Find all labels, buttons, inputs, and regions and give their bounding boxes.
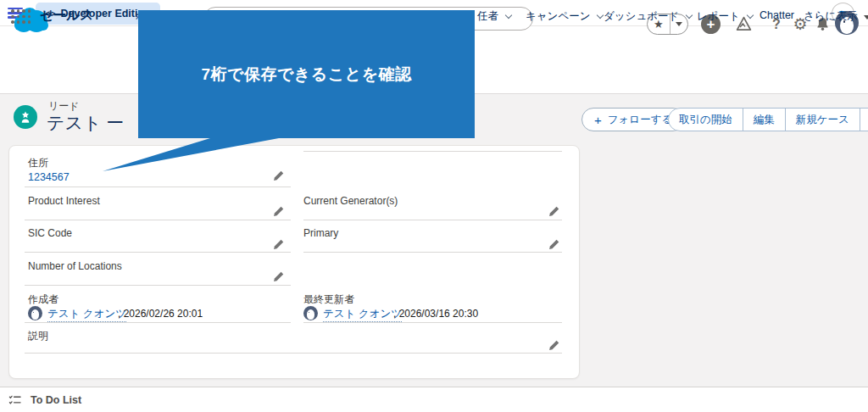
plus-icon: + — [594, 113, 602, 127]
user-avatar[interactable] — [28, 306, 42, 320]
tab-contacts-partial[interactable]: 任者 — [477, 9, 511, 24]
field-underline — [303, 151, 562, 152]
field-label-current-generators: Current Generator(s) — [303, 195, 398, 207]
tab-campaigns[interactable]: キャンペーン — [526, 9, 603, 24]
lead-object-icon — [14, 105, 37, 129]
field-underline — [25, 220, 291, 220]
tab-chatter[interactable]: Chatter — [760, 9, 794, 21]
field-underline — [303, 252, 562, 253]
last-modified-by-datetime: , 2026/03/16 20:30 — [393, 308, 478, 320]
field-underline — [25, 285, 291, 286]
convert-button[interactable]: 取引の開始 — [669, 109, 743, 131]
field-label-last-modified-by: 最終更新者 — [303, 292, 354, 307]
user-avatar[interactable] — [303, 306, 318, 320]
annotation-callout: 7桁で保存できることを確認 — [138, 10, 475, 138]
annotation-pointer — [97, 138, 284, 173]
last-modified-by-user-link[interactable]: テスト クオンツ — [323, 307, 402, 322]
new-case-button[interactable]: 新規ケース — [785, 109, 860, 131]
annotation-text: 7桁で保存できることを確認 — [201, 64, 411, 86]
chevron-down-icon — [747, 11, 754, 18]
field-label-number-of-locations: Number of Locations — [28, 260, 122, 272]
field-underline — [25, 252, 291, 253]
record-action-group: 取引の開始 編集 新規ケース — [668, 108, 868, 131]
field-label-created-by: 作成者 — [28, 292, 58, 307]
todo-list-label: To Do List — [31, 394, 81, 406]
field-label-product-interest: Product Interest — [28, 195, 100, 207]
edit-pencil-icon[interactable] — [548, 239, 559, 250]
caret-down-icon — [864, 15, 868, 19]
chevron-down-icon — [505, 11, 512, 18]
tab-reports[interactable]: レポート — [697, 9, 753, 24]
task-list-icon — [8, 394, 21, 406]
field-underline — [303, 220, 562, 220]
created-by-user-link[interactable]: テスト クオンツ — [47, 307, 126, 322]
edit-pencil-icon[interactable] — [548, 340, 559, 351]
todo-list-bar[interactable]: To Do List — [0, 387, 868, 412]
chevron-down-icon — [686, 11, 693, 18]
edit-button[interactable]: 編集 — [743, 109, 785, 131]
tab-dashboards[interactable]: ダッシュボード — [604, 9, 692, 24]
app-launcher-icon[interactable] — [11, 9, 31, 24]
tab-more[interactable]: さらに表示 — [804, 9, 868, 24]
field-value-address-link[interactable]: 1234567 — [28, 171, 70, 183]
created-by-datetime: , 2026/02/26 20:01 — [118, 308, 203, 320]
field-label-description: 説明 — [28, 329, 48, 343]
edit-pencil-icon[interactable] — [273, 206, 284, 217]
edit-pencil-icon[interactable] — [273, 271, 284, 282]
field-label-primary: Primary — [303, 227, 338, 239]
edit-pencil-icon[interactable] — [548, 206, 559, 217]
edit-pencil-icon[interactable] — [273, 239, 284, 250]
field-label-address: 住所 — [28, 156, 48, 170]
app-name[interactable]: セールス — [40, 7, 93, 25]
record-detail-card: 住所 1234567 Product Interest Current Gene… — [8, 145, 580, 379]
field-underline — [25, 187, 291, 187]
field-underline — [25, 322, 291, 323]
record-title: テスト ー — [47, 111, 124, 135]
field-underline — [25, 353, 562, 354]
field-underline — [303, 322, 562, 323]
field-label-sic-code: SIC Code — [28, 227, 72, 239]
more-actions-button[interactable] — [860, 109, 868, 131]
